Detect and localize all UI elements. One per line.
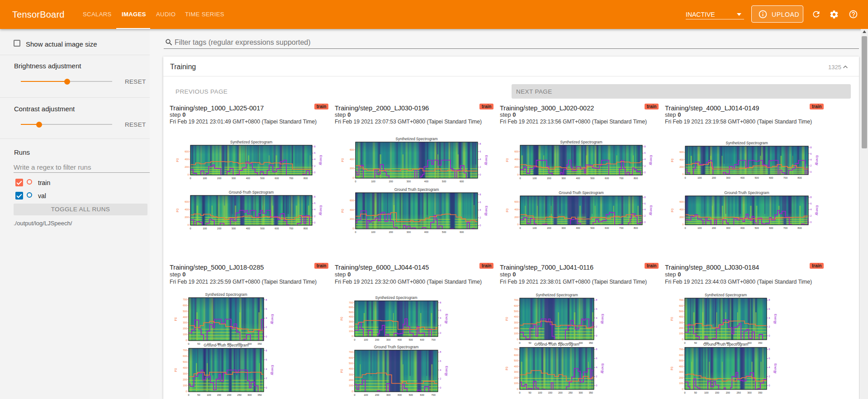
svg-text:Synthetized Spectrogram: Synthetized Spectrogram <box>560 140 602 144</box>
svg-text:2: 2 <box>810 164 811 167</box>
svg-text:350: 350 <box>257 394 261 396</box>
svg-text:400: 400 <box>514 158 518 161</box>
svg-text:0: 0 <box>314 171 315 174</box>
svg-text:Ground-Truth Spectrogram: Ground-Truth Spectrogram <box>534 342 579 347</box>
svg-text:200: 200 <box>183 378 187 381</box>
svg-text:Energy: Energy <box>773 363 777 374</box>
svg-text:Energy: Energy <box>649 155 653 166</box>
svg-text:4: 4 <box>266 368 267 370</box>
svg-text:500: 500 <box>349 311 353 314</box>
svg-text:700: 700 <box>431 338 435 341</box>
svg-text:300: 300 <box>183 321 187 324</box>
svg-text:0: 0 <box>644 171 645 174</box>
svg-text:F0: F0 <box>671 158 674 162</box>
svg-text:Synthetized Spectrogram: Synthetized Spectrogram <box>726 141 768 145</box>
svg-text:600: 600 <box>460 180 464 183</box>
svg-text:300: 300 <box>232 177 236 180</box>
svg-text:6: 6 <box>266 308 267 310</box>
svg-text:2: 2 <box>768 325 770 328</box>
svg-text:F0: F0 <box>340 369 343 373</box>
svg-text:400: 400 <box>424 231 428 233</box>
svg-text:2: 2 <box>266 377 267 380</box>
svg-text:800: 800 <box>797 227 802 229</box>
svg-text:Energy: Energy <box>601 314 604 324</box>
svg-text:600: 600 <box>349 356 353 359</box>
svg-text:Energy: Energy <box>649 205 653 216</box>
svg-text:100: 100 <box>679 382 683 385</box>
svg-text:F0: F0 <box>505 317 508 321</box>
svg-text:700: 700 <box>289 177 293 180</box>
svg-text:100: 100 <box>349 330 353 332</box>
svg-text:0: 0 <box>352 176 354 179</box>
svg-text:300: 300 <box>561 177 565 180</box>
svg-text:Ground-Truth Spectrogram: Ground-Truth Spectrogram <box>724 190 769 195</box>
svg-text:Synthetized Spectrogram: Synthetized Spectrogram <box>230 140 272 144</box>
svg-text:0: 0 <box>188 342 189 345</box>
svg-text:0: 0 <box>440 386 441 389</box>
svg-text:700: 700 <box>431 394 435 396</box>
svg-text:500: 500 <box>442 180 446 183</box>
svg-text:F0: F0 <box>341 209 344 213</box>
svg-text:4: 4 <box>596 366 597 369</box>
svg-text:4: 4 <box>768 366 770 369</box>
svg-text:800: 800 <box>797 176 802 179</box>
svg-text:350: 350 <box>589 391 593 394</box>
svg-text:150: 150 <box>217 394 221 396</box>
svg-text:200: 200 <box>389 231 393 233</box>
svg-text:6: 6 <box>479 201 481 204</box>
svg-text:200: 200 <box>350 218 354 220</box>
svg-text:400: 400 <box>183 366 187 369</box>
svg-text:300: 300 <box>386 394 390 396</box>
svg-text:700: 700 <box>619 177 623 180</box>
svg-text:400: 400 <box>679 158 683 161</box>
svg-text:6: 6 <box>266 358 267 361</box>
svg-text:200: 200 <box>375 338 379 341</box>
svg-text:100: 100 <box>514 382 518 385</box>
svg-text:250: 250 <box>569 391 573 394</box>
svg-text:0: 0 <box>519 342 520 344</box>
svg-text:50: 50 <box>694 342 697 344</box>
svg-text:700: 700 <box>514 299 518 301</box>
svg-text:700: 700 <box>783 176 787 179</box>
svg-text:50: 50 <box>197 342 200 345</box>
svg-text:100: 100 <box>183 333 187 336</box>
svg-text:0: 0 <box>684 342 685 344</box>
svg-text:0: 0 <box>185 339 187 342</box>
svg-text:100: 100 <box>203 177 207 180</box>
svg-text:2: 2 <box>314 165 315 167</box>
svg-text:Energy: Energy <box>484 206 488 216</box>
svg-text:100: 100 <box>697 176 702 179</box>
svg-text:0: 0 <box>519 391 520 394</box>
svg-text:200: 200 <box>726 391 730 394</box>
svg-text:8: 8 <box>314 145 315 148</box>
svg-text:Energy: Energy <box>319 205 323 216</box>
svg-text:0: 0 <box>479 224 481 227</box>
svg-text:300: 300 <box>407 180 411 183</box>
svg-text:0: 0 <box>190 177 191 180</box>
svg-text:2: 2 <box>440 324 441 327</box>
svg-text:100: 100 <box>532 227 536 229</box>
svg-text:F0: F0 <box>340 317 343 320</box>
svg-text:300: 300 <box>349 320 353 323</box>
svg-text:200: 200 <box>185 166 189 168</box>
svg-text:0: 0 <box>314 221 315 224</box>
svg-text:F0: F0 <box>176 209 179 212</box>
svg-text:400: 400 <box>183 316 187 318</box>
svg-text:Ground Truth Spectrogram: Ground Truth Spectrogram <box>374 345 419 349</box>
svg-text:600: 600 <box>679 304 683 307</box>
svg-text:350: 350 <box>758 342 762 344</box>
svg-text:Ground-Truth Spectrogram: Ground-Truth Spectrogram <box>703 342 748 347</box>
svg-text:Ground-Truth Spectrogram: Ground-Truth Spectrogram <box>204 343 248 347</box>
svg-text:600: 600 <box>605 227 609 229</box>
svg-text:F0: F0 <box>506 209 509 212</box>
svg-text:100: 100 <box>538 391 542 394</box>
svg-text:0: 0 <box>517 223 518 226</box>
svg-text:300: 300 <box>579 391 583 394</box>
svg-text:600: 600 <box>514 354 518 356</box>
svg-text:6: 6 <box>596 308 597 310</box>
svg-text:4: 4 <box>479 158 481 161</box>
svg-text:300: 300 <box>561 227 565 229</box>
svg-text:2: 2 <box>479 216 481 219</box>
svg-text:700: 700 <box>514 348 518 351</box>
svg-text:300: 300 <box>747 391 751 394</box>
